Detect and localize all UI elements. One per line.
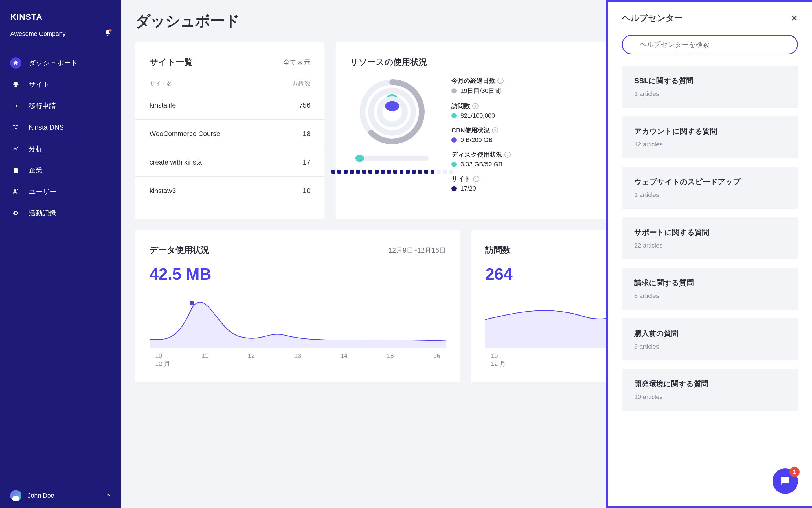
legend-dot — [451, 88, 456, 93]
chat-badge: 1 — [790, 467, 800, 477]
user-menu[interactable]: John Doe — [0, 483, 121, 508]
migration-icon — [10, 100, 21, 112]
brand-logo[interactable]: KINSTA — [0, 0, 121, 29]
table-row[interactable]: kinstaw310 — [135, 177, 324, 205]
sites-card: サイト一覧 全て表示 サイト名 訪問数 kinstalife756 WooCom… — [135, 42, 324, 219]
table-row[interactable]: kinstalife756 — [135, 91, 324, 120]
data-usage-sparkline — [149, 292, 446, 348]
help-item[interactable]: ウェブサイトのスピードアップ1 articles — [622, 167, 798, 209]
user-name: John Doe — [28, 492, 99, 499]
layers-icon — [10, 79, 21, 90]
help-list: SSLに関する質問1 articles アカウントに関する質問12 articl… — [608, 66, 812, 411]
eye-icon — [10, 207, 21, 219]
sidebar-nav: ダッシュボード サイト 移行申請 Kinsta DNS 分析 企業 ユーザー — [0, 49, 121, 483]
help-title: ヘルプセンター — [622, 12, 683, 24]
legend-dot — [451, 186, 456, 191]
svg-text:KINSTA: KINSTA — [10, 12, 42, 22]
legend-dot — [451, 113, 456, 118]
gauge-area — [350, 77, 435, 192]
sidebar-item-migration[interactable]: 移行申請 — [0, 95, 121, 117]
chat-button[interactable]: 1 — [772, 468, 798, 494]
sidebar-item-label: ユーザー — [29, 187, 56, 196]
sidebar-item-label: 移行申請 — [29, 101, 56, 110]
table-row[interactable]: WooCommerce Course18 — [135, 120, 324, 148]
sidebar-item-dashboard[interactable]: ダッシュボード — [0, 52, 121, 74]
sidebar-item-label: ダッシュボード — [29, 58, 78, 68]
sidebar-item-label: 企業 — [29, 166, 42, 175]
sites-view-all[interactable]: 全て表示 — [283, 58, 310, 67]
svg-point-8 — [190, 301, 194, 305]
x-axis: 10111213141516 — [149, 349, 446, 359]
data-usage-range: 12月9日~12月16日 — [389, 246, 446, 255]
sidebar-item-users[interactable]: ユーザー — [0, 181, 121, 202]
close-icon[interactable]: ✕ — [791, 13, 798, 23]
notifications-bell-icon[interactable] — [104, 29, 111, 38]
sidebar-item-label: 活動記録 — [29, 209, 56, 218]
notification-dot — [109, 29, 112, 32]
sidebar-item-analytics[interactable]: 分析 — [0, 138, 121, 160]
info-icon[interactable]: ? — [497, 78, 504, 84]
visits-title: 訪問数 — [485, 244, 511, 256]
table-row[interactable]: create with kinsta17 — [135, 148, 324, 177]
info-icon[interactable]: ? — [472, 103, 479, 109]
resource-card-title: リソースの使用状況 — [350, 56, 427, 68]
company-name: Awesome Company — [10, 30, 65, 38]
avatar — [10, 490, 21, 501]
sidebar-item-dns[interactable]: Kinsta DNS — [0, 117, 121, 138]
help-panel: ヘルプセンター ✕ SSLに関する質問1 articles アカウントに関する質… — [606, 0, 812, 508]
home-icon — [10, 57, 21, 69]
data-usage-value: 42.5 MB — [149, 264, 446, 283]
svg-point-7 — [385, 101, 399, 111]
info-icon[interactable]: ? — [492, 127, 498, 133]
dns-icon — [10, 122, 21, 133]
help-item[interactable]: アカウントに関する質問12 articles — [622, 116, 798, 158]
sidebar-item-label: 分析 — [29, 144, 42, 153]
svg-point-1 — [14, 189, 16, 192]
sidebar-item-sites[interactable]: サイト — [0, 74, 121, 95]
chevron-up-icon — [105, 492, 111, 499]
help-item[interactable]: SSLに関する質問1 articles — [622, 66, 798, 108]
col-site-name: サイト名 — [149, 80, 271, 87]
sidebar: KINSTA Awesome Company ダッシュボード サイト 移行申請 … — [0, 0, 121, 508]
help-item[interactable]: 購入前の質問9 articles — [622, 319, 798, 361]
sidebar-item-company[interactable]: 企業 — [0, 160, 121, 181]
help-search-input[interactable] — [622, 35, 798, 54]
sidebar-item-label: サイト — [29, 80, 50, 89]
users-icon — [10, 186, 21, 197]
help-item[interactable]: 開発環境に関する質問10 articles — [622, 369, 798, 411]
data-usage-title: データ使用状況 — [149, 244, 209, 256]
analytics-icon — [10, 143, 21, 154]
sidebar-item-activity[interactable]: 活動記録 — [0, 202, 121, 224]
info-icon[interactable]: ? — [473, 176, 479, 182]
info-icon[interactable]: ? — [504, 152, 511, 158]
disk-bar-gauge — [356, 156, 429, 161]
sites-card-title: サイト一覧 — [149, 56, 193, 68]
x-month: 12 月 — [149, 359, 446, 368]
circular-gauge — [357, 77, 427, 147]
legend-dot — [451, 162, 456, 167]
help-item[interactable]: 請求に関する質問5 articles — [622, 268, 798, 310]
data-usage-card: データ使用状況 12月9日~12月16日 42.5 MB 10111213141… — [135, 230, 460, 382]
sites-dots — [331, 170, 453, 174]
help-item[interactable]: サポートに関する質問22 articles — [622, 217, 798, 259]
sidebar-item-label: Kinsta DNS — [29, 123, 64, 131]
legend-dot — [451, 137, 456, 142]
building-icon — [10, 165, 21, 176]
col-visits: 訪問数 — [271, 80, 310, 87]
